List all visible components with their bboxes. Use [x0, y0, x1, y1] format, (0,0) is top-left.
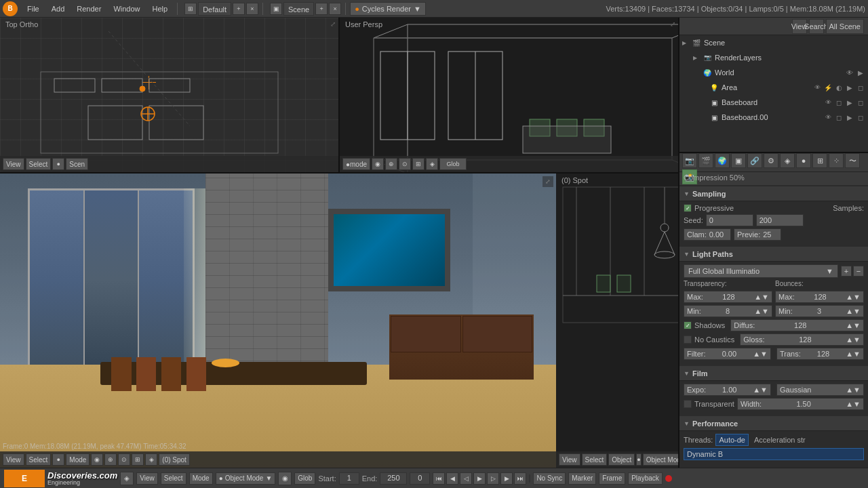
scene-add-icon[interactable]: +	[315, 3, 328, 15]
blender-logo[interactable]: B	[3, 1, 18, 16]
prop-particles-icon[interactable]: ⁘	[829, 153, 844, 168]
tr-icon1[interactable]: ◉	[372, 158, 384, 170]
film-section-header[interactable]: ▼ Film	[679, 366, 868, 381]
prop-texture-icon[interactable]: ⊞	[812, 153, 827, 168]
object-mode-selector[interactable]: ● Object Mode ▼	[216, 472, 276, 485]
layout-grid-icon[interactable]: ⊞	[184, 3, 197, 15]
mode-bottom-btn[interactable]: Mode	[189, 472, 213, 485]
br-select-btn[interactable]: Select	[582, 453, 608, 466]
scene-selector[interactable]: Scene	[283, 2, 314, 16]
first-frame-btn[interactable]: ⏮	[433, 472, 445, 485]
no-caustics-checkbox[interactable]	[684, 336, 692, 344]
outliner-world[interactable]: 🌍 World 👁 ▶	[679, 65, 868, 80]
bl-icon5[interactable]: ◈	[145, 453, 157, 466]
width-field[interactable]: Width: 1.50 ▲▼	[737, 398, 864, 410]
next-keyframe-btn[interactable]: ▷	[487, 472, 499, 485]
playback-btn[interactable]: Playback	[628, 472, 663, 485]
area-eye-icon[interactable]: 👁	[812, 83, 822, 92]
bl-icon3[interactable]: ⊙	[118, 453, 130, 466]
preset-add-btn[interactable]: +	[841, 266, 852, 277]
prop-render-icon[interactable]: 📷	[682, 153, 697, 168]
prop-obj-icon[interactable]: ▣	[731, 153, 746, 168]
baseboard-r1[interactable]: ◻	[834, 98, 844, 107]
bl-icon2[interactable]: ⊕	[104, 453, 117, 466]
area-r4[interactable]: ◻	[856, 83, 865, 92]
world-eye-icon[interactable]: 👁	[845, 68, 854, 77]
tr-globe-btn[interactable]: Glob	[439, 158, 467, 170]
outliner-area[interactable]: 💡 Area 👁 ⚡ ◐ ▶ ◻	[679, 80, 868, 95]
select-btn[interactable]: Select	[26, 158, 52, 170]
world-restrict-icon[interactable]: ▶	[856, 68, 865, 77]
tl-viewport-expand[interactable]: ⤢	[330, 20, 336, 28]
prop-modifier-icon[interactable]: ⚙	[764, 153, 778, 168]
bl-icon4[interactable]: ⊞	[132, 453, 144, 466]
tr-icon3[interactable]: ⊙	[399, 158, 411, 170]
baseboard00-eye[interactable]: 👁	[823, 113, 833, 122]
layout-selector[interactable]: Default	[198, 2, 231, 16]
transparent-checkbox[interactable]	[684, 400, 692, 408]
trans-max-field[interactable]: Max: 128 ▲▼	[684, 291, 772, 303]
baseboard00-r1[interactable]: ◻	[834, 113, 844, 122]
prev-frame-btn[interactable]: ◀	[446, 472, 458, 485]
baseboard-r2[interactable]: ▶	[845, 98, 854, 107]
gloss-field[interactable]: Gloss: 128 ▲▼	[740, 333, 864, 346]
bounce-min-field[interactable]: Min: 3 ▲▼	[775, 305, 864, 317]
no-sync-btn[interactable]: No Sync	[533, 472, 566, 485]
tr-icon2[interactable]: ⊕	[385, 158, 397, 170]
performance-section-header[interactable]: ▼ Performance	[679, 416, 868, 431]
preset-dropdown[interactable]: Full Global Illuminatio ▼	[684, 264, 838, 278]
menu-add[interactable]: Add	[46, 1, 71, 16]
sampling-section-header[interactable]: ▼ Sampling	[679, 186, 868, 201]
viewport-top-right[interactable]: User Persp ⤢ ●mode ◉ ⊕ ⊙ ⊞ ◈ Glob	[340, 18, 678, 172]
prop-data-icon[interactable]: ◈	[780, 153, 795, 168]
tr-icon5[interactable]: ◈	[426, 158, 438, 170]
view-bottom-btn[interactable]: View	[136, 472, 158, 485]
shadows-checkbox[interactable]: ✓	[684, 321, 692, 329]
layout-close-icon[interactable]: ×	[246, 3, 258, 15]
start-frame-field[interactable]: 1	[339, 472, 359, 485]
seed-field[interactable]: 0	[706, 214, 753, 226]
bl-expand[interactable]: ⤢	[542, 176, 553, 187]
outliner-renderlayers[interactable]: ▶ 📷 RenderLayers	[679, 50, 868, 65]
prop-world-icon[interactable]: 🌍	[715, 153, 730, 168]
viewport-bottom-right[interactable]: (0) Spot View Select Object ● Object Mod…	[556, 174, 678, 468]
outliner-baseboard-00[interactable]: ▣ Baseboard.00 👁 ◻ ▶ ◻	[679, 110, 868, 125]
layout-add-icon[interactable]: +	[233, 3, 245, 15]
play-btn[interactable]: ▶	[473, 472, 486, 485]
preset-remove-btn[interactable]: −	[853, 266, 864, 277]
diffus-field[interactable]: Diffus: 128 ▲▼	[730, 319, 864, 331]
trans-min-field[interactable]: Min: 8 ▲▼	[684, 305, 772, 317]
object-mode-btn[interactable]: ●	[52, 158, 64, 170]
record-dot[interactable]	[665, 475, 672, 482]
select-bottom-btn[interactable]: Select	[161, 472, 186, 485]
tr-icon4[interactable]: ⊞	[412, 158, 425, 170]
scene-icon[interactable]: ▣	[270, 3, 282, 15]
baseboard00-r2[interactable]: ▶	[845, 113, 854, 122]
glob-bottom-btn[interactable]: Glob	[294, 472, 315, 485]
prop-material-icon[interactable]: ●	[796, 153, 811, 168]
outliner-baseboard[interactable]: ▣ Baseboard 👁 ◻ ▶ ◻	[679, 95, 868, 110]
filter-type-field[interactable]: Gaussian ▲▼	[776, 384, 864, 396]
render-field[interactable]: 200	[756, 214, 804, 226]
viewport-top-left[interactable]: Top Ortho ⤢ View Select ● Scen	[0, 18, 340, 172]
threads-field[interactable]: Auto-de	[715, 434, 749, 446]
bounce-max-field[interactable]: Max: 128 ▲▼	[775, 291, 864, 303]
progressive-checkbox[interactable]: ✓	[684, 204, 692, 212]
current-frame-field[interactable]: 0	[410, 472, 430, 485]
light-paths-section-header[interactable]: ▼ Light Paths	[679, 247, 868, 262]
br-object-mode-btn[interactable]: Object Mode	[643, 453, 678, 466]
marker-btn[interactable]: Marker	[568, 472, 596, 485]
tr-mode-btn[interactable]: ●mode	[342, 158, 370, 170]
last-frame-btn[interactable]: ⏭	[514, 472, 526, 485]
bl-select-btn[interactable]: Select	[26, 453, 52, 466]
menu-window[interactable]: Window	[108, 1, 145, 16]
outliner-scene[interactable]: ▶ 🎬 Scene	[679, 35, 868, 50]
prop-constraint-icon[interactable]: 🔗	[747, 153, 762, 168]
bl-mode-label[interactable]: Mode	[66, 453, 90, 466]
scene-close-icon[interactable]: ×	[329, 3, 341, 15]
clam-field[interactable]: Clam: 0.00	[684, 228, 731, 241]
br-mode-icon[interactable]: ●	[636, 453, 641, 466]
preview-field[interactable]: Previe: 25	[734, 228, 781, 241]
expo-field[interactable]: Expo: 1.00 ▲▼	[684, 384, 771, 396]
scene-label[interactable]: Scen	[66, 158, 88, 170]
